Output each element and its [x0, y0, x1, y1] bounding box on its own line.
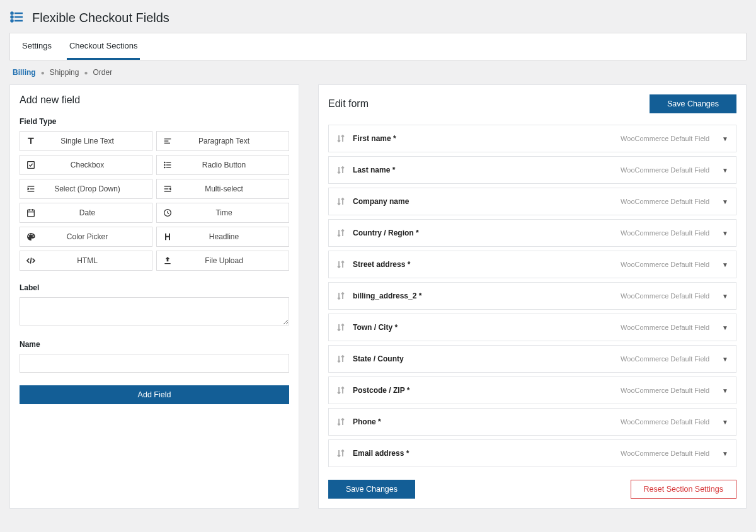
field-meta: WooCommerce Default Field: [621, 324, 709, 331]
form-row[interactable]: Last name *WooCommerce Default Field▼: [328, 156, 736, 184]
edit-form-panel: Edit form Save Changes First name *WooCo…: [318, 84, 747, 509]
field-meta: WooCommerce Default Field: [621, 198, 709, 205]
chevron-down-icon[interactable]: ▼: [722, 198, 728, 205]
form-row[interactable]: State / CountyWooCommerce Default Field▼: [328, 345, 736, 373]
form-row[interactable]: First name *WooCommerce Default Field▼: [328, 125, 736, 152]
field-type-label: Paragraph Text: [178, 137, 289, 145]
form-row[interactable]: Country / Region *WooCommerce Default Fi…: [328, 219, 736, 247]
field-label: billing_address_2 *: [353, 291, 621, 300]
field-meta: WooCommerce Default Field: [621, 261, 709, 268]
drag-handle-icon[interactable]: [336, 229, 345, 237]
chevron-down-icon[interactable]: ▼: [722, 450, 728, 457]
list-icon: [9, 9, 25, 26]
field-type-label: Field Type: [20, 117, 289, 126]
field-type-checkbox[interactable]: Checkbox: [20, 155, 152, 175]
drag-handle-icon[interactable]: [336, 354, 345, 363]
clock-icon: [157, 208, 178, 218]
field-label: Postcode / ZIP *: [353, 386, 621, 395]
field-label: Phone *: [353, 417, 621, 426]
code-icon: [20, 256, 42, 266]
drag-handle-icon[interactable]: [336, 291, 345, 300]
form-row[interactable]: Postcode / ZIP *WooCommerce Default Fiel…: [328, 376, 736, 404]
chevron-down-icon[interactable]: ▼: [722, 135, 728, 142]
tabs-bar: Settings Checkout Sections: [9, 33, 747, 60]
chevron-down-icon[interactable]: ▼: [722, 419, 728, 426]
reset-section-button[interactable]: Reset Section Settings: [631, 480, 736, 499]
save-changes-top-button[interactable]: Save Changes: [650, 94, 736, 113]
add-field-panel: Add new field Field Type Single Line Tex…: [9, 84, 299, 509]
field-type-palette[interactable]: Color Picker: [20, 227, 152, 247]
drag-handle-icon[interactable]: [336, 260, 345, 269]
field-type-label: Date: [42, 208, 152, 217]
field-type-calendar[interactable]: Date: [20, 203, 152, 223]
drag-handle-icon[interactable]: [336, 134, 345, 143]
field-type-label: HTML: [42, 256, 152, 265]
drag-handle-icon[interactable]: [336, 386, 345, 395]
field-type-heading[interactable]: Headline: [156, 227, 289, 247]
field-type-clock[interactable]: Time: [156, 203, 289, 223]
drag-handle-icon[interactable]: [336, 417, 345, 426]
field-label: First name *: [353, 134, 621, 143]
add-field-title: Add new field: [20, 94, 289, 106]
label-label: Label: [20, 283, 289, 292]
upload-icon: [157, 256, 178, 266]
field-label: Town / City *: [353, 323, 621, 332]
chevron-down-icon[interactable]: ▼: [722, 230, 728, 237]
chevron-down-icon[interactable]: ▼: [722, 293, 728, 300]
field-label: State / County: [353, 354, 621, 363]
add-field-button[interactable]: Add Field: [20, 385, 289, 404]
page-title: Flexible Checkout Fields: [32, 11, 169, 25]
form-row[interactable]: Phone *WooCommerce Default Field▼: [328, 408, 736, 436]
field-type-code[interactable]: HTML: [20, 251, 152, 271]
field-type-list[interactable]: Radio Button: [156, 155, 289, 175]
chevron-down-icon[interactable]: ▼: [722, 324, 728, 331]
chevron-down-icon[interactable]: ▼: [722, 356, 728, 363]
sub-link-shipping[interactable]: Shipping: [50, 68, 79, 77]
chevron-down-icon[interactable]: ▼: [722, 387, 728, 394]
field-type-upload[interactable]: File Upload: [156, 251, 289, 271]
field-type-label: Color Picker: [42, 232, 152, 241]
svg-point-4: [11, 16, 13, 18]
field-meta: WooCommerce Default Field: [621, 292, 709, 300]
field-type-label: Time: [178, 208, 289, 217]
field-type-grid: Single Line TextParagraph TextCheckboxRa…: [20, 131, 289, 271]
sub-link-billing[interactable]: Billing: [13, 68, 36, 77]
sub-link-order[interactable]: Order: [93, 68, 112, 77]
drag-handle-icon[interactable]: [336, 166, 345, 174]
chevron-down-icon[interactable]: ▼: [722, 167, 728, 174]
label-input[interactable]: [20, 297, 289, 325]
name-input[interactable]: [20, 354, 289, 373]
field-type-indent-right[interactable]: Multi-select: [156, 179, 289, 199]
tab-settings[interactable]: Settings: [20, 33, 54, 60]
heading-icon: [157, 232, 178, 242]
save-changes-bottom-button[interactable]: Save Changes: [328, 480, 415, 499]
field-label: Country / Region *: [353, 229, 621, 237]
field-type-label: Single Line Text: [42, 137, 152, 145]
form-row[interactable]: Email address *WooCommerce Default Field…: [328, 439, 736, 467]
svg-point-3: [11, 13, 13, 14]
chevron-down-icon[interactable]: ▼: [722, 261, 728, 268]
drag-handle-icon[interactable]: [336, 449, 345, 458]
field-meta: WooCommerce Default Field: [621, 387, 709, 394]
drag-handle-icon[interactable]: [336, 197, 345, 206]
form-row[interactable]: Company nameWooCommerce Default Field▼: [328, 188, 736, 215]
list-icon: [157, 160, 178, 170]
drag-handle-icon[interactable]: [336, 323, 345, 332]
field-label: Last name *: [353, 166, 621, 174]
sub-sections: Billing ● Shipping ● Order: [0, 60, 756, 84]
tab-checkout-sections[interactable]: Checkout Sections: [67, 33, 140, 60]
text-icon: [20, 136, 42, 146]
svg-point-15: [164, 167, 165, 167]
field-meta: WooCommerce Default Field: [621, 450, 709, 457]
field-label: Email address *: [353, 449, 621, 458]
form-row[interactable]: Town / City *WooCommerce Default Field▼: [328, 314, 736, 341]
field-type-align-left[interactable]: Paragraph Text: [156, 131, 289, 151]
field-type-indent[interactable]: Select (Drop Down): [20, 179, 152, 199]
field-type-text[interactable]: Single Line Text: [20, 131, 152, 151]
checkbox-icon: [20, 160, 42, 170]
svg-point-14: [164, 164, 165, 165]
name-label: Name: [20, 340, 289, 349]
svg-rect-22: [28, 210, 35, 217]
form-row[interactable]: Street address *WooCommerce Default Fiel…: [328, 251, 736, 278]
form-row[interactable]: billing_address_2 *WooCommerce Default F…: [328, 282, 736, 310]
